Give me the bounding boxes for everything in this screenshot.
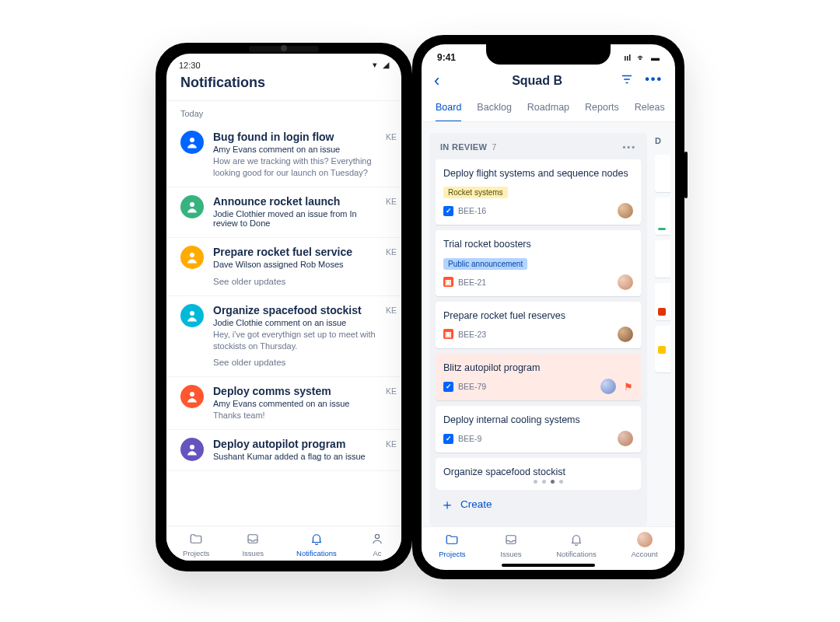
nav-account[interactable]: Ac — [369, 531, 385, 557]
board-card[interactable]: Prepare rocket fuel reserves ▣ BEE-23 — [436, 302, 641, 348]
bug-icon: ▣ — [443, 329, 453, 339]
notification-subtitle: Jodie Clothie comment on an issue — [213, 318, 376, 327]
tray-icon — [503, 532, 519, 547]
notification-subtitle: Sushant Kumar added a flag to an issue — [213, 452, 376, 461]
wifi-icon: ᯤ — [637, 53, 646, 62]
column-count: 7 — [492, 142, 496, 152]
notification-title: Prepare rocket fuel service — [213, 246, 376, 258]
notification-item[interactable]: Announce rocket launch Jodie Clothier mo… — [166, 187, 401, 238]
nav-issues[interactable]: Issues — [500, 532, 521, 558]
tab-roadmap[interactable]: Roadmap — [527, 97, 569, 121]
see-older-link[interactable]: See older updates — [213, 351, 376, 369]
task-icon: ✓ — [443, 382, 453, 392]
nav-projects[interactable]: Projects — [183, 531, 209, 557]
assignee-avatar — [618, 327, 633, 342]
card-title: Prepare rocket fuel reserves — [443, 309, 633, 322]
card-title: Trial rocket boosters — [443, 238, 633, 250]
notification-item[interactable]: Organize spacefood stockist Jodie Clothi… — [166, 296, 401, 378]
nav-notifications[interactable]: Notifications — [556, 532, 597, 558]
card-title: Blitz autopilot program — [443, 362, 633, 374]
board-header: ‹ Squad B ••• — [422, 66, 675, 97]
signal-icon: ◢ — [383, 60, 389, 69]
card-key: BEE-16 — [458, 206, 486, 215]
notification-avatar — [180, 195, 204, 218]
svg-rect-6 — [248, 535, 257, 543]
notification-item[interactable]: Prepare rocket fuel service Dave Wilson … — [166, 238, 401, 296]
board-title: Squad B — [512, 74, 562, 88]
svg-point-1 — [190, 202, 194, 207]
nav-projects[interactable]: Projects — [439, 532, 465, 558]
board-card[interactable]: Organize spacefood stockist — [436, 458, 641, 489]
notification-item[interactable]: Bug found in login flow Amy Evans commen… — [166, 123, 401, 187]
assignee-avatar — [618, 431, 633, 446]
android-clock: 12:30 — [179, 61, 201, 70]
more-icon[interactable]: ••• — [645, 72, 663, 89]
notification-snippet: Thanks team! — [213, 410, 376, 421]
page-indicator — [534, 480, 563, 484]
card-key: BEE-79 — [458, 382, 486, 391]
card-title: Organize spacefood stockist — [443, 466, 633, 478]
column-menu-icon[interactable]: ••• — [622, 142, 636, 152]
notification-avatar — [180, 131, 204, 154]
see-older-link[interactable]: See older updates — [213, 271, 376, 288]
next-column-peek: D — [655, 133, 670, 526]
notification-snippet: Hey, i've got everythign set up to meet … — [213, 329, 376, 352]
notification-item[interactable]: Deploy autopilot program Sushant Kumar a… — [166, 430, 401, 471]
svg-point-5 — [190, 445, 194, 449]
battery-icon: ▬ — [651, 53, 660, 62]
filter-icon[interactable] — [620, 72, 634, 89]
board-card[interactable]: Deploy internal cooling systems ✓ BEE-9 — [436, 406, 641, 453]
svg-point-7 — [375, 534, 379, 538]
nav-account[interactable]: Account — [631, 532, 657, 558]
flag-icon: ⚑ — [624, 381, 633, 393]
svg-rect-8 — [506, 536, 516, 544]
notification-avatar — [180, 246, 204, 269]
home-indicator — [502, 564, 595, 567]
notification-title: Bug found in login flow — [213, 131, 376, 143]
notification-item[interactable]: Deploy comms system Amy Evans commented … — [166, 377, 401, 430]
bell-icon — [569, 532, 584, 547]
tab-backlog[interactable]: Backlog — [477, 97, 511, 121]
notification-subtitle: Amy Evans commented on an issue — [213, 399, 376, 408]
ios-clock: 9:41 — [437, 52, 456, 63]
avatar-icon — [369, 531, 385, 547]
folder-icon — [188, 531, 204, 547]
wifi-icon: ▾ — [373, 60, 377, 69]
notification-key: KE — [386, 131, 397, 142]
section-label-today: Today — [166, 101, 401, 123]
notification-key: KE — [386, 385, 397, 396]
bug-icon: ▣ — [443, 277, 453, 287]
create-button[interactable]: ＋ Create — [436, 490, 641, 519]
tab-reports[interactable]: Reports — [585, 97, 619, 121]
board-card[interactable]: Deploy flight systems and sequence nodes… — [436, 159, 641, 225]
notification-title: Announce rocket launch — [213, 195, 376, 208]
card-key: BEE-23 — [458, 330, 486, 339]
board-card[interactable]: Trial rocket boostersPublic announcement… — [436, 230, 641, 295]
card-label: Rocket systems — [443, 187, 508, 198]
svg-point-0 — [190, 138, 194, 142]
board-column-in-review: IN REVIEW 7 ••• Deploy flight systems an… — [429, 133, 647, 526]
notification-avatar — [180, 385, 204, 408]
svg-point-2 — [190, 253, 194, 257]
android-status-bar: 12:30 ▾ ◢ — [166, 54, 401, 72]
board-card[interactable]: Blitz autopilot program ✓ BEE-79 ⚑ — [436, 354, 641, 400]
notification-subtitle: Amy Evans comment on an issue — [213, 145, 376, 154]
tab-releas[interactable]: Releas — [635, 97, 665, 121]
notification-subtitle: Dave Wilson assigned Rob Moses — [213, 260, 376, 269]
nav-notifications[interactable]: Notifications — [296, 531, 337, 557]
column-name: IN REVIEW — [440, 142, 487, 152]
notification-key: KE — [386, 246, 397, 257]
tab-board[interactable]: Board — [436, 97, 461, 122]
notification-subtitle: Jodie Clothier moved an issue from In re… — [213, 209, 376, 228]
account-avatar — [637, 532, 653, 547]
signal-icon: ııl — [624, 53, 631, 62]
nav-issues[interactable]: Issues — [242, 531, 263, 557]
task-icon: ✓ — [443, 206, 453, 216]
back-button[interactable]: ‹ — [434, 71, 454, 91]
bell-icon — [309, 531, 324, 547]
notification-title: Organize spacefood stockist — [213, 304, 376, 316]
notification-avatar — [180, 304, 204, 327]
android-phone-frame: 12:30 ▾ ◢ Notifications Today Bug found … — [156, 43, 412, 571]
svg-point-3 — [190, 311, 194, 316]
tray-icon — [245, 531, 261, 547]
